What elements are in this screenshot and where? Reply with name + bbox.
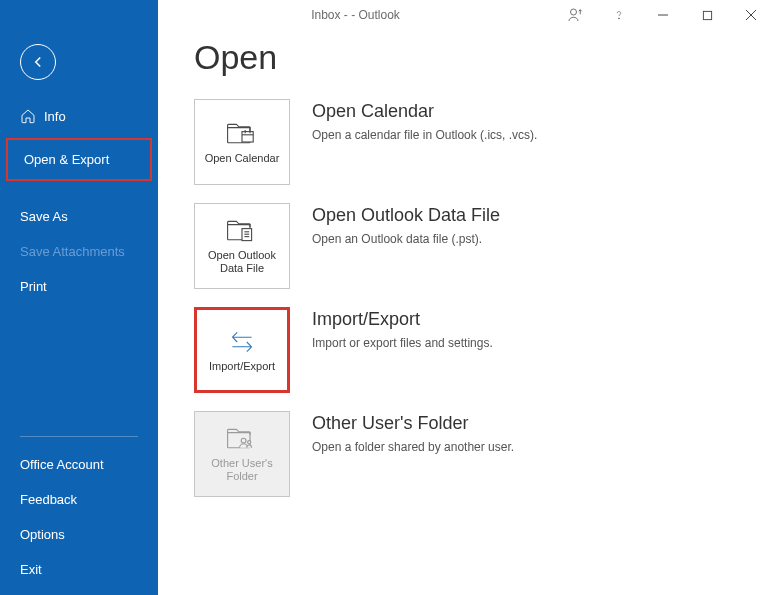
option-import-export-desc: Import or export files and settings. xyxy=(312,336,493,350)
svg-point-1 xyxy=(619,18,620,19)
tile-import-export[interactable]: Import/Export xyxy=(194,307,290,393)
import-export-icon xyxy=(226,328,258,356)
page-title: Open xyxy=(194,38,741,77)
option-open-calendar-desc: Open a calendar file in Outlook (.ics, .… xyxy=(312,128,537,142)
nav-exit-label: Exit xyxy=(20,562,42,577)
nav-office-account-label: Office Account xyxy=(20,457,104,472)
minimize-button[interactable] xyxy=(641,0,685,30)
nav-open-export-label: Open & Export xyxy=(24,152,109,167)
home-icon xyxy=(20,108,36,124)
option-other-user: Other User's Folder Other User's Folder … xyxy=(194,411,741,497)
tile-open-data-file[interactable]: Open Outlook Data File xyxy=(194,203,290,289)
calendar-folder-icon xyxy=(226,120,258,148)
option-open-data-file: Open Outlook Data File Open Outlook Data… xyxy=(194,203,741,289)
option-import-export-title: Import/Export xyxy=(312,309,493,330)
tile-open-calendar[interactable]: Open Calendar xyxy=(194,99,290,185)
maximize-button[interactable] xyxy=(685,0,729,30)
option-open-data-file-title: Open Outlook Data File xyxy=(312,205,500,226)
option-open-data-file-desc: Open an Outlook data file (.pst). xyxy=(312,232,500,246)
tile-other-user: Other User's Folder xyxy=(194,411,290,497)
option-import-export: Import/Export Import/Export Import or ex… xyxy=(194,307,741,393)
option-open-calendar: Open Calendar Open Calendar Open a calen… xyxy=(194,99,741,185)
svg-rect-3 xyxy=(703,11,711,19)
tile-import-export-label: Import/Export xyxy=(209,360,275,373)
tile-other-user-label: Other User's Folder xyxy=(199,457,285,483)
coming-soon-button[interactable] xyxy=(553,0,597,30)
nav-print[interactable]: Print xyxy=(0,269,158,304)
titlebar-text: Inbox - - Outlook xyxy=(158,8,553,22)
main-area: Inbox - - Outlook Open xyxy=(158,0,777,595)
help-button[interactable] xyxy=(597,0,641,30)
nav-info-label: Info xyxy=(44,109,66,124)
nav-save-attachments-label: Save Attachments xyxy=(20,244,125,259)
tile-open-calendar-label: Open Calendar xyxy=(205,152,280,165)
backstage-sidebar: Info Open & Export Save As Save Attachme… xyxy=(0,0,158,595)
back-button[interactable] xyxy=(20,44,56,80)
data-file-folder-icon xyxy=(226,217,258,245)
option-other-user-title: Other User's Folder xyxy=(312,413,514,434)
titlebar: Inbox - - Outlook xyxy=(158,0,777,30)
svg-point-14 xyxy=(241,438,246,443)
nav-save-as[interactable]: Save As xyxy=(0,199,158,234)
nav-save-attachments: Save Attachments xyxy=(0,234,158,269)
nav-options[interactable]: Options xyxy=(0,517,158,552)
nav-exit[interactable]: Exit xyxy=(0,552,158,587)
svg-point-15 xyxy=(248,441,251,444)
sidebar-divider xyxy=(20,436,138,437)
nav-feedback-label: Feedback xyxy=(20,492,77,507)
close-button[interactable] xyxy=(729,0,773,30)
option-open-calendar-title: Open Calendar xyxy=(312,101,537,122)
option-other-user-desc: Open a folder shared by another user. xyxy=(312,440,514,454)
other-user-folder-icon xyxy=(226,425,258,453)
nav-print-label: Print xyxy=(20,279,47,294)
tile-open-data-file-label: Open Outlook Data File xyxy=(199,249,285,275)
nav-feedback[interactable]: Feedback xyxy=(0,482,158,517)
nav-options-label: Options xyxy=(20,527,65,542)
svg-rect-6 xyxy=(242,131,253,141)
nav-office-account[interactable]: Office Account xyxy=(0,447,158,482)
nav-save-as-label: Save As xyxy=(20,209,68,224)
nav-open-export[interactable]: Open & Export xyxy=(6,138,152,181)
nav-info[interactable]: Info xyxy=(0,98,158,134)
content: Open Open Calendar Open Calendar Open a … xyxy=(158,30,777,535)
svg-point-0 xyxy=(571,9,577,15)
